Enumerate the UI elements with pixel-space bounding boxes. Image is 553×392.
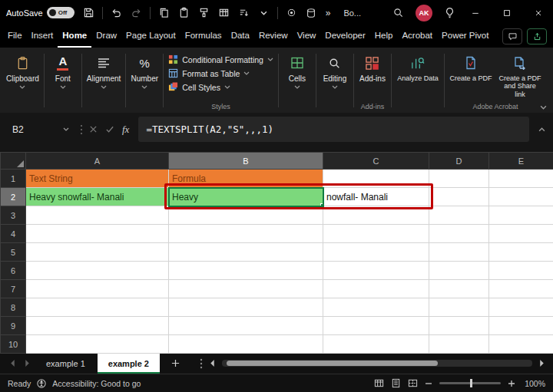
tab-file[interactable]: File xyxy=(3,25,27,48)
enter-check-icon[interactable] xyxy=(105,125,114,133)
collapse-formula-bar-icon[interactable] xyxy=(534,127,550,132)
new-sheet-button[interactable] xyxy=(167,353,184,374)
formula-input[interactable]: =TEXTSPLIT(A2,"S",,,1) xyxy=(138,117,529,142)
undo-icon[interactable] xyxy=(108,4,125,22)
cell-a10[interactable] xyxy=(26,335,169,354)
cell-d6[interactable] xyxy=(429,262,489,280)
paste-icon[interactable] xyxy=(175,4,193,22)
cell-d3[interactable] xyxy=(429,206,489,225)
row-header-5[interactable]: 5 xyxy=(1,243,26,262)
format-painter-icon[interactable] xyxy=(195,4,213,22)
insert-function-button[interactable]: fx xyxy=(122,124,129,136)
cell-d8[interactable] xyxy=(429,298,489,317)
tab-formulas[interactable]: Formulas xyxy=(180,25,227,48)
cell-a2[interactable]: Heavy snowfall- Manali xyxy=(26,188,169,206)
page-layout-view-icon[interactable] xyxy=(391,378,401,388)
format-as-table-button[interactable]: Format as Table xyxy=(165,67,253,80)
minimize-button[interactable] xyxy=(461,0,490,25)
fill-handle[interactable] xyxy=(320,203,323,206)
zoom-out-icon[interactable] xyxy=(425,380,432,387)
clipboard-button[interactable]: Clipboard xyxy=(3,50,42,89)
cell-c4[interactable] xyxy=(323,225,429,243)
data-source-icon[interactable] xyxy=(303,4,320,22)
cell-c7[interactable] xyxy=(323,280,429,298)
cell-b3[interactable] xyxy=(169,206,323,225)
tab-developer[interactable]: Developer xyxy=(320,25,369,48)
name-box-resize-grip[interactable] xyxy=(80,124,83,135)
sheet-nav-left-icon[interactable] xyxy=(6,353,19,374)
cells-button[interactable]: Cells xyxy=(280,50,314,89)
cell-a3[interactable] xyxy=(26,206,169,225)
accessibility-status[interactable]: Accessibility: Good to go xyxy=(52,379,141,388)
comments-icon[interactable] xyxy=(502,28,522,44)
row-header-7[interactable]: 7 xyxy=(1,280,26,298)
cell-e6[interactable] xyxy=(489,262,553,280)
cell-a1[interactable]: Text String xyxy=(26,170,169,188)
cell-b10[interactable] xyxy=(169,335,323,354)
maximize-button[interactable] xyxy=(492,0,522,25)
cell-c10[interactable] xyxy=(323,335,429,354)
cell-e10[interactable] xyxy=(489,335,553,354)
cell-c9[interactable] xyxy=(323,317,429,335)
cell-e4[interactable] xyxy=(489,225,553,243)
scroll-right-icon[interactable] xyxy=(537,360,547,367)
cell-e3[interactable] xyxy=(489,206,553,225)
cell-c3[interactable] xyxy=(323,206,429,225)
cell-b4[interactable] xyxy=(169,225,323,243)
tab-data[interactable]: Data xyxy=(227,25,254,48)
zoom-in-icon[interactable] xyxy=(508,380,515,387)
table-icon[interactable] xyxy=(215,4,233,22)
cell-a4[interactable] xyxy=(26,225,169,243)
autosave-control[interactable]: AutoSave Off xyxy=(6,7,75,18)
select-all-corner[interactable] xyxy=(1,153,26,170)
copy-icon[interactable] xyxy=(155,4,173,22)
search-icon[interactable] xyxy=(389,4,407,22)
cell-b7[interactable] xyxy=(169,280,323,298)
tab-page-layout[interactable]: Page Layout xyxy=(121,25,180,48)
tab-view[interactable]: View xyxy=(293,25,321,48)
cell-d1[interactable] xyxy=(429,170,489,188)
tab-insert[interactable]: Insert xyxy=(27,25,58,48)
number-button[interactable]: % Number xyxy=(127,50,161,89)
cell-b6[interactable] xyxy=(169,262,323,280)
addins-button[interactable]: Add-ins xyxy=(356,50,389,83)
horizontal-scrollbar[interactable] xyxy=(222,360,532,367)
cell-e1[interactable] xyxy=(489,170,553,188)
lightbulb-icon[interactable] xyxy=(441,4,459,22)
row-header-10[interactable]: 10 xyxy=(1,335,26,354)
cell-b5[interactable] xyxy=(169,243,323,262)
conditional-formatting-button[interactable]: Conditional Formatting xyxy=(165,53,276,66)
font-button[interactable]: A Font xyxy=(46,50,80,89)
cell-e9[interactable] xyxy=(489,317,553,335)
cell-d2[interactable] xyxy=(429,188,489,206)
qat-overflow-icon[interactable]: » xyxy=(323,8,334,18)
column-header-d[interactable]: D xyxy=(429,153,489,170)
record-macro-icon[interactable] xyxy=(283,4,300,22)
column-header-b[interactable]: B xyxy=(169,153,323,170)
cell-c1[interactable] xyxy=(323,170,429,188)
cell-d4[interactable] xyxy=(429,225,489,243)
cell-e5[interactable] xyxy=(489,243,553,262)
sort-filter-icon[interactable] xyxy=(235,4,253,22)
row-header-3[interactable]: 3 xyxy=(1,206,26,225)
cell-e2[interactable] xyxy=(489,188,553,206)
sheet-tab-example-1[interactable]: example 1 xyxy=(35,353,96,374)
cell-c8[interactable] xyxy=(323,298,429,317)
tab-help[interactable]: Help xyxy=(370,25,398,48)
cell-b9[interactable] xyxy=(169,317,323,335)
cell-d10[interactable] xyxy=(429,335,489,354)
column-header-e[interactable]: E xyxy=(489,153,553,170)
zoom-slider-thumb[interactable] xyxy=(470,379,472,387)
zoom-level[interactable]: 100% xyxy=(522,379,545,388)
tab-home[interactable]: Home xyxy=(58,25,91,48)
cell-c6[interactable] xyxy=(323,262,429,280)
cell-b8[interactable] xyxy=(169,298,323,317)
cell-a6[interactable] xyxy=(26,262,169,280)
create-pdf-button[interactable]: Create a PDF xyxy=(446,50,495,82)
tab-acrobat[interactable]: Acrobat xyxy=(397,25,437,48)
row-header-8[interactable]: 8 xyxy=(1,298,26,317)
alignment-button[interactable]: Alignment xyxy=(84,50,124,89)
cell-e7[interactable] xyxy=(489,280,553,298)
cell-d7[interactable] xyxy=(429,280,489,298)
editing-button[interactable]: Editing xyxy=(318,50,352,89)
